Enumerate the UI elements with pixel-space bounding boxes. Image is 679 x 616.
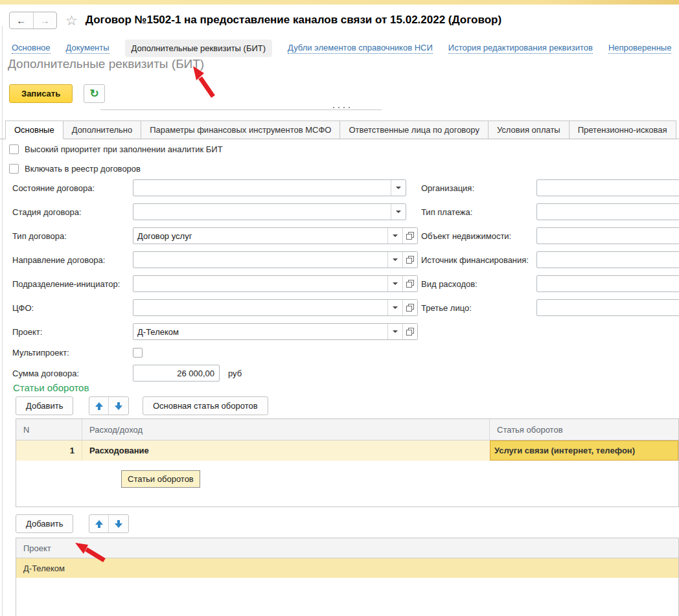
favorite-star-icon[interactable]: ☆: [65, 14, 78, 27]
form-left-border: [2, 26, 3, 616]
move-up-button[interactable]: [89, 397, 109, 415]
nav-link-dokumenty[interactable]: Документы: [66, 43, 109, 54]
proekt-input[interactable]: [133, 324, 387, 339]
up-arrow-icon: [95, 402, 103, 410]
open-button[interactable]: [402, 276, 417, 291]
form-right-column: Организация: Тип платежа: Объект недвижи…: [421, 179, 679, 316]
selected-article-cell[interactable]: Услуги связи (интернет, телефон): [490, 440, 678, 461]
napravlenie-input[interactable]: [133, 252, 387, 268]
dropdown-button[interactable]: [387, 324, 402, 339]
vid-rashodov-input[interactable]: [536, 275, 679, 292]
window: ← → ☆ Договор №1502-1 на предоставление …: [0, 0, 679, 616]
amount-input[interactable]: [133, 365, 220, 382]
tab-usloviya-oplaty[interactable]: Условия оплаты: [489, 120, 570, 139]
podrazdelenie-input[interactable]: [133, 276, 387, 291]
nav-link-dubli[interactable]: Дубли элементов справочников НСИ: [288, 43, 433, 54]
dropdown-button[interactable]: [387, 300, 402, 315]
nav-link-osnovnoe[interactable]: Основное: [12, 43, 51, 54]
table-row[interactable]: 1 Расходование Услуги связи (интернет, т…: [16, 440, 678, 461]
nav-link-istoriya[interactable]: История редактирования реквизитов: [448, 43, 593, 54]
trete-lico-input[interactable]: [536, 299, 679, 316]
column-header-project[interactable]: Проект: [16, 538, 678, 558]
tip-platezha-input[interactable]: [536, 203, 679, 220]
turnover-section-heading: Статьи оборотов: [13, 382, 89, 393]
field-row-napravlenie: Направление договора:: [12, 251, 418, 268]
refresh-button[interactable]: ↻: [84, 84, 105, 103]
tab-osnovnye[interactable]: Основные: [5, 120, 63, 139]
organizaciya-input[interactable]: [536, 179, 679, 196]
page-title: Договор №1502-1 на предоставление канало…: [86, 14, 501, 27]
dropdown-button[interactable]: [387, 252, 402, 268]
save-button[interactable]: Записать: [9, 84, 73, 103]
field-label: Объект недвижимости:: [421, 231, 536, 241]
dropdown-button[interactable]: [387, 276, 402, 291]
obekt-nedvizhimosti-input[interactable]: [536, 227, 679, 244]
open-button[interactable]: [402, 252, 417, 268]
registry-checkbox-label: Включать в реестр договоров: [25, 164, 141, 174]
splitter[interactable]: [100, 109, 382, 110]
add-article-button[interactable]: Добавить: [16, 396, 73, 415]
dropdown-button[interactable]: [387, 228, 402, 244]
turnover-table: N Расход/доход Статья оборотов 1 Расходо…: [16, 418, 679, 507]
tooltip: Статьи оборотов: [121, 470, 200, 488]
tip-dogovora-input[interactable]: [133, 228, 387, 244]
forward-icon[interactable]: →: [34, 12, 57, 29]
add-project-button[interactable]: Добавить: [16, 514, 73, 533]
istochnik-input[interactable]: [536, 251, 679, 268]
nav-link-neproverennye[interactable]: Непроверенные: [608, 43, 672, 54]
tab-dopolnitelno[interactable]: Дополнительно: [63, 120, 142, 139]
registry-checkbox[interactable]: [9, 164, 19, 174]
field-row-organizaciya: Организация:: [421, 179, 679, 196]
column-header-article[interactable]: Статья оборотов: [490, 419, 678, 440]
field-row-stadiya: Стадия договора:: [12, 203, 418, 220]
field-label: Организация:: [421, 183, 536, 193]
table-row[interactable]: Д-Телеком: [16, 558, 678, 578]
column-header-flow[interactable]: Расход/доход: [82, 419, 490, 440]
project-move-up-button[interactable]: [89, 515, 109, 532]
stadiya-field: [133, 203, 406, 220]
field-row-tip-dogovora: Тип договора:: [12, 227, 418, 244]
chevron-down-icon: [396, 211, 401, 213]
main-article-button[interactable]: Основная статья оборотов: [143, 396, 268, 415]
tab-pretenzionno[interactable]: Претензионно-исковая: [570, 120, 676, 139]
field-label: ЦФО:: [12, 303, 133, 313]
splitter-grip-icon[interactable]: [333, 107, 350, 108]
open-button[interactable]: [402, 228, 417, 244]
column-header-n[interactable]: N: [16, 419, 82, 440]
dropdown-button[interactable]: [391, 204, 406, 220]
field-row-cfo: ЦФО:: [12, 299, 418, 316]
cfo-input[interactable]: [133, 300, 387, 315]
history-buttons: ← →: [9, 12, 57, 29]
open-icon: [406, 280, 414, 288]
move-down-button[interactable]: [109, 397, 128, 415]
row-number-cell[interactable]: 1: [16, 440, 82, 461]
checkbox-row-priority: Высокий приоритет при заполнении аналити…: [9, 143, 223, 155]
section-heading: Дополнительные реквизиты (БИТ): [8, 57, 204, 71]
project-cell: Д-Телеком: [23, 564, 65, 573]
sostoyanie-input[interactable]: [133, 180, 391, 196]
open-button[interactable]: [402, 300, 417, 315]
priority-checkbox[interactable]: [9, 144, 19, 154]
dropdown-button[interactable]: [391, 180, 406, 196]
field-label: Третье лицо:: [421, 303, 536, 313]
multiproject-checkbox[interactable]: [133, 348, 143, 358]
field-label: Вид расходов:: [421, 279, 536, 289]
field-label: Источник финансирования:: [421, 255, 536, 265]
chevron-down-icon: [393, 306, 398, 309]
move-updown-group: [89, 396, 129, 415]
open-button[interactable]: [402, 324, 417, 339]
tab-otvetstvennye[interactable]: Ответственные лица по договору: [340, 120, 489, 139]
nav-link-dop-rekvizity-active[interactable]: Дополнительные реквизиты (БИТ): [125, 40, 272, 57]
field-label: Состояние договора:: [12, 183, 133, 193]
cfo-field: [133, 299, 418, 316]
field-label: Тип договора:: [12, 231, 133, 241]
back-icon[interactable]: ←: [10, 12, 34, 29]
project-move-down-button[interactable]: [109, 515, 128, 532]
napravlenie-field: [133, 251, 418, 268]
chevron-down-icon: [393, 330, 398, 333]
tab-msfo[interactable]: Параметры финансовых инструментов МСФО: [141, 120, 340, 139]
field-row-tip-platezha: Тип платежа:: [421, 203, 679, 220]
stadiya-input[interactable]: [133, 204, 391, 220]
open-icon: [406, 304, 414, 312]
flow-cell[interactable]: Расходование: [82, 440, 490, 461]
